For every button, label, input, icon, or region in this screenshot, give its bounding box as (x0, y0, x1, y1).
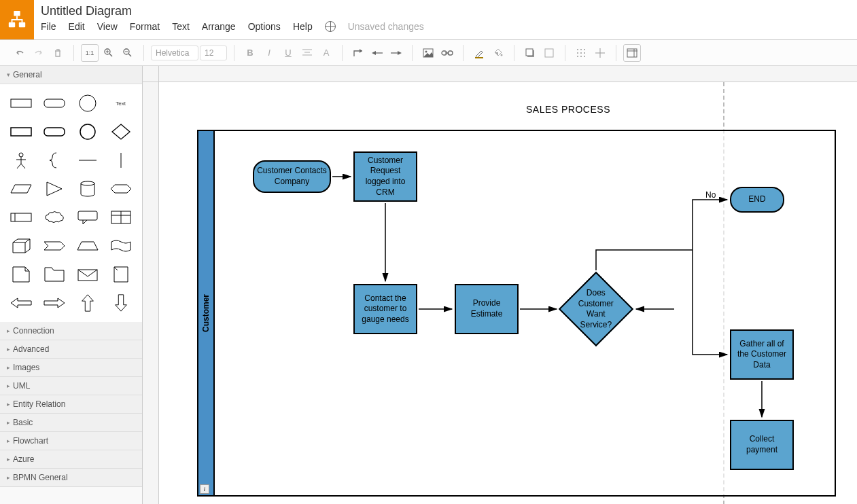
menu-options[interactable]: Options (248, 21, 281, 32)
image-button[interactable] (419, 44, 437, 62)
grid-dots-button[interactable] (572, 44, 590, 62)
shadow-button[interactable] (521, 44, 539, 62)
panel-flowchart[interactable]: Flowchart (0, 432, 142, 450)
shape-rect-2[interactable] (7, 120, 36, 144)
panel-azure[interactable]: Azure (0, 450, 142, 469)
shape-folder[interactable] (40, 262, 69, 287)
shape-diamond[interactable] (106, 120, 135, 144)
menu-arrange[interactable]: Arrange (202, 21, 236, 32)
zoom-reset-button[interactable]: 1:1 (81, 44, 99, 62)
shape-curly[interactable] (40, 148, 69, 173)
shape-table[interactable] (106, 205, 135, 230)
font-family-input[interactable] (151, 46, 198, 60)
redo-button[interactable] (30, 44, 48, 62)
menu-view[interactable]: View (97, 21, 118, 32)
svg-point-36 (584, 56, 585, 57)
svg-rect-26 (526, 49, 533, 56)
shape-note[interactable] (7, 262, 36, 287)
document-title[interactable]: Untitled Diagram (41, 4, 850, 18)
shape-page[interactable] (106, 262, 135, 287)
node-gather[interactable]: Gather all of the Customer Data (730, 329, 794, 380)
panel-uml[interactable]: UML (0, 377, 142, 395)
panel-connection[interactable]: Connection (0, 322, 142, 340)
diagram-title[interactable]: SALES PROCESS (526, 104, 610, 115)
canvas[interactable]: SALES PROCESS Customer i Customer Contac… (159, 82, 857, 504)
shape-triangle[interactable] (40, 177, 69, 201)
shape-trapezoid[interactable] (73, 234, 103, 258)
node-contact[interactable]: Contact the customer to gauge needs (353, 284, 417, 334)
shape-arrow-up[interactable] (73, 291, 103, 315)
undo-button[interactable] (11, 44, 29, 62)
menu-edit[interactable]: Edit (69, 21, 85, 32)
italic-button[interactable]: I (260, 44, 278, 62)
menu-help[interactable]: Help (293, 21, 313, 32)
menu-file[interactable]: File (41, 21, 56, 32)
connection-waypoint-button[interactable] (349, 44, 367, 62)
shape-card[interactable] (7, 205, 36, 230)
node-decision[interactable]: Does Customer Want Service? (559, 272, 633, 346)
shape-rounded-rect[interactable] (40, 91, 69, 115)
svg-rect-27 (545, 49, 553, 57)
shape-rounded-rect-2[interactable] (40, 120, 69, 144)
shape-text[interactable]: Text (106, 91, 135, 115)
panel-entity-relation[interactable]: Entity Relation (0, 395, 142, 414)
shape-envelope[interactable] (73, 262, 103, 287)
menu-text[interactable]: Text (172, 21, 190, 32)
shape-rect[interactable] (7, 91, 36, 115)
ruler-horizontal[interactable] (159, 66, 857, 82)
pool-label[interactable]: Customer (198, 131, 215, 495)
guides-button[interactable] (591, 44, 609, 62)
zoom-out-button[interactable] (119, 44, 137, 62)
shape-tape[interactable] (106, 234, 135, 258)
menu-format[interactable]: Format (130, 21, 160, 32)
bold-button[interactable]: B (241, 44, 259, 62)
shape-callout[interactable] (73, 205, 103, 230)
shape-arrow-right[interactable] (40, 291, 69, 315)
panel-images[interactable]: Images (0, 359, 142, 377)
svg-point-35 (580, 56, 582, 57)
svg-marker-17 (398, 51, 402, 55)
shape-arrow-left[interactable] (7, 291, 36, 315)
font-color-button[interactable]: A (317, 44, 335, 62)
shape-parallelogram[interactable] (7, 177, 36, 201)
globe-icon[interactable] (325, 21, 336, 32)
shape-actor[interactable] (7, 148, 36, 173)
shape-hexagon[interactable] (106, 177, 135, 201)
align-button[interactable] (298, 44, 316, 62)
shape-step[interactable] (40, 234, 69, 258)
pool-info-icon[interactable]: i (200, 484, 209, 494)
node-log-crm[interactable]: Customer Request logged into CRM (353, 151, 417, 202)
format-panel-toggle[interactable] (623, 44, 641, 62)
shape-hline[interactable] (73, 148, 103, 173)
font-size-input[interactable] (200, 46, 227, 60)
shape-cloud[interactable] (40, 205, 69, 230)
stroke-color-button[interactable] (470, 44, 488, 62)
ruler-vertical[interactable] (143, 82, 159, 504)
underline-button[interactable]: U (279, 44, 297, 62)
delete-button[interactable] (49, 44, 67, 62)
shape-cube[interactable] (7, 234, 36, 258)
shape-cylinder[interactable] (73, 177, 103, 201)
svg-marker-13 (360, 49, 362, 53)
panel-general[interactable]: General (0, 66, 142, 84)
panel-basic[interactable]: Basic (0, 414, 142, 432)
shape-arrow-down[interactable] (106, 291, 135, 315)
fill-color-button[interactable] (489, 44, 507, 62)
outline-button[interactable] (540, 44, 558, 62)
node-start[interactable]: Customer Contacts Company (253, 160, 331, 193)
zoom-in-button[interactable] (100, 44, 118, 62)
panel-bpmn[interactable]: BPMN General (0, 469, 142, 487)
node-end[interactable]: END (730, 187, 784, 213)
app-logo[interactable] (0, 0, 34, 39)
node-collect[interactable]: Collect payment (730, 420, 794, 470)
shape-circle-2[interactable] (73, 120, 103, 144)
swimlane-pool[interactable]: Customer i Customer Contacts Company Cus… (197, 130, 836, 497)
arrow-left-button[interactable] (368, 44, 386, 62)
arrow-right-button[interactable] (387, 44, 405, 62)
shape-ellipse[interactable] (73, 91, 103, 115)
link-button[interactable] (438, 44, 456, 62)
svg-rect-45 (11, 128, 31, 136)
panel-advanced[interactable]: Advanced (0, 340, 142, 359)
node-estimate[interactable]: Provide Estimate (455, 284, 519, 334)
shape-vline[interactable] (106, 148, 135, 173)
